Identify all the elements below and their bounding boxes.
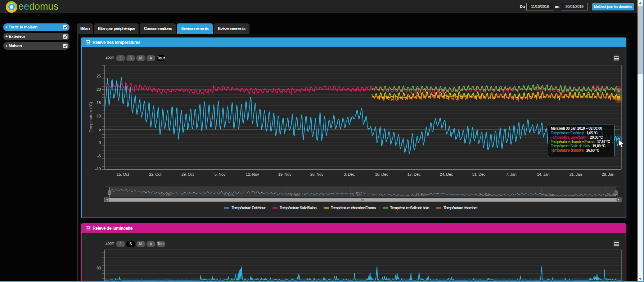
svg-text:29. Oct: 29. Oct — [181, 172, 194, 176]
svg-text:12. Nov: 12. Nov — [246, 172, 259, 176]
svg-text:20: 20 — [96, 87, 101, 91]
svg-text:14. Jan: 14. Jan — [537, 172, 550, 176]
svg-text:10. Déc: 10. Déc — [375, 172, 388, 176]
svg-text:21. Jan: 21. Jan — [569, 172, 582, 176]
svg-text:25: 25 — [96, 74, 101, 78]
svg-text:5. Nov: 5. Nov — [215, 172, 226, 176]
svg-text:-5: -5 — [98, 154, 101, 158]
svg-text:15. Oct: 15. Oct — [117, 172, 129, 176]
svg-text:24. Déc: 24. Déc — [440, 172, 453, 176]
svg-text:26. Nov: 26. Nov — [310, 172, 324, 176]
svg-text:80: 80 — [96, 266, 101, 270]
svg-text:7. Jan: 7. Jan — [506, 172, 517, 176]
svg-text:22. Oct: 22. Oct — [149, 172, 161, 176]
svg-text:31. Déc: 31. Déc — [472, 172, 486, 176]
svg-text:-10: -10 — [95, 167, 101, 171]
svg-text:19. Nov: 19. Nov — [278, 172, 292, 176]
svg-text:5. Nov: 5. Nov — [224, 193, 234, 197]
svg-text:22. Oct: 22. Oct — [161, 193, 172, 197]
svg-text:10: 10 — [96, 114, 101, 118]
svg-text:3. Déc: 3. Déc — [344, 172, 355, 176]
svg-text:0: 0 — [99, 140, 101, 145]
svg-text:3. Déc: 3. Déc — [352, 193, 361, 197]
svg-text:Température (°C): Température (°C) — [89, 102, 93, 132]
svg-text:5: 5 — [99, 127, 101, 131]
svg-text:17. Déc: 17. Déc — [407, 172, 421, 176]
svg-text:28. Jan: 28. Jan — [602, 172, 614, 176]
svg-text:17. Déc: 17. Déc — [415, 193, 427, 197]
svg-text:19. Nov: 19. Nov — [288, 193, 300, 197]
svg-text:15: 15 — [96, 100, 101, 105]
